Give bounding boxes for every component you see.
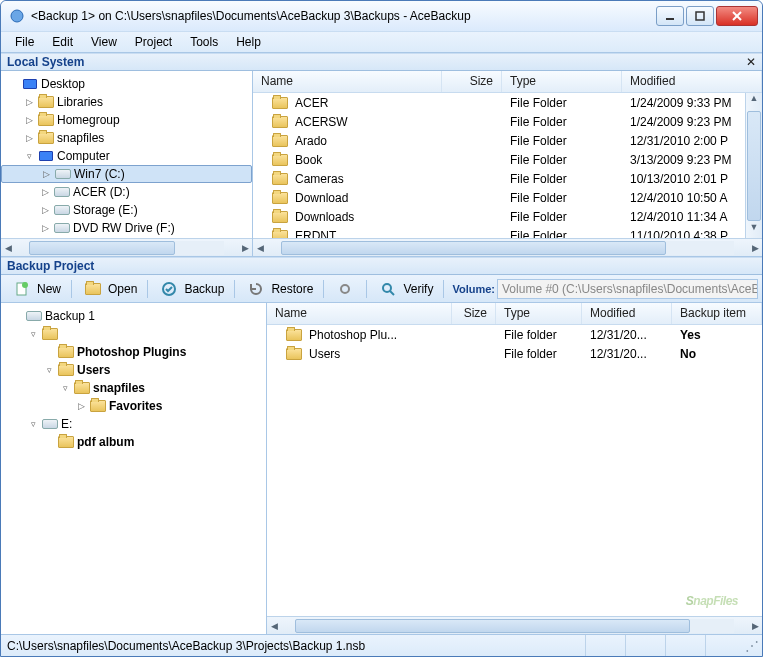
col-modified[interactable]: Modified: [622, 71, 762, 92]
tree-node[interactable]: ▷Storage (E:): [1, 201, 252, 219]
scroll-right-icon[interactable]: ▶: [748, 621, 762, 631]
table-row[interactable]: DownloadsFile Folder12/4/2010 11:34 A: [253, 207, 762, 226]
tree-node[interactable]: ▷Win7 (C:): [1, 165, 252, 183]
project-tree[interactable]: Backup 1▿Photoshop Plugins▿Users▿snapfil…: [1, 303, 266, 634]
table-row[interactable]: AradoFile Folder12/31/2010 2:00 P: [253, 131, 762, 150]
expand-icon[interactable]: ▷: [39, 205, 51, 215]
volume-label: Volume:: [452, 283, 495, 295]
menu-edit[interactable]: Edit: [44, 33, 81, 51]
tree-node[interactable]: ▿Users: [5, 361, 266, 379]
menu-project[interactable]: Project: [127, 33, 180, 51]
project-table-header[interactable]: Name Size Type Modified Backup item: [267, 303, 762, 325]
svg-point-6: [22, 282, 28, 288]
scroll-right-icon[interactable]: ▶: [238, 243, 252, 253]
horizontal-scrollbar[interactable]: ◀ ▶: [1, 238, 252, 256]
restore-button[interactable]: Restore: [239, 279, 319, 299]
tree-node[interactable]: ▷ACER (D:): [1, 183, 252, 201]
file-name: ACER: [295, 96, 328, 110]
resize-grip-icon[interactable]: ⋰: [745, 638, 756, 654]
menu-view[interactable]: View: [83, 33, 125, 51]
col-size[interactable]: Size: [442, 71, 502, 92]
menu-help[interactable]: Help: [228, 33, 269, 51]
tree-node[interactable]: pdf album: [5, 433, 266, 451]
folder-icon: [272, 190, 288, 206]
close-button[interactable]: [716, 6, 758, 26]
col-name[interactable]: Name: [267, 303, 452, 324]
titlebar[interactable]: <Backup 1> on C:\Users\snapfiles\Documen…: [1, 1, 762, 31]
new-button[interactable]: New: [5, 279, 67, 299]
tree-node[interactable]: ▷Libraries: [1, 93, 252, 111]
table-row[interactable]: UsersFile folder12/31/20...No: [267, 344, 762, 363]
tree-node[interactable]: Photoshop Plugins: [5, 343, 266, 361]
tree-node[interactable]: ▷Homegroup: [1, 111, 252, 129]
scroll-thumb[interactable]: [747, 111, 761, 221]
scroll-left-icon[interactable]: ◀: [1, 243, 15, 253]
verify-button[interactable]: Verify: [371, 279, 439, 299]
maximize-button[interactable]: [686, 6, 714, 26]
tree-node[interactable]: Backup 1: [5, 307, 266, 325]
statusbar: C:\Users\snapfiles\Documents\AceBackup 3…: [1, 634, 762, 656]
folder-icon: [272, 209, 288, 225]
col-backup-item[interactable]: Backup item: [672, 303, 762, 324]
table-row[interactable]: ACERSWFile Folder1/24/2009 9:23 PM: [253, 112, 762, 131]
tree-node[interactable]: ▿E:: [5, 415, 266, 433]
tree-node[interactable]: ▿snapfiles: [5, 379, 266, 397]
scroll-left-icon[interactable]: ◀: [253, 243, 267, 253]
menu-tools[interactable]: Tools: [182, 33, 226, 51]
expand-icon[interactable]: ▿: [23, 151, 35, 161]
expand-icon[interactable]: ▷: [23, 115, 35, 125]
tree-node[interactable]: ▷DVD RW Drive (F:): [1, 219, 252, 237]
expand-icon[interactable]: ▷: [39, 223, 51, 233]
tree-node[interactable]: ▷Favorites: [5, 397, 266, 415]
tree-node[interactable]: Desktop: [1, 75, 252, 93]
expand-icon[interactable]: ▿: [27, 329, 39, 339]
col-name[interactable]: Name: [253, 71, 442, 92]
col-modified[interactable]: Modified: [582, 303, 672, 324]
table-row[interactable]: DownloadFile Folder12/4/2010 10:50 A: [253, 188, 762, 207]
table-row[interactable]: ACERFile Folder1/24/2009 9:33 PM: [253, 93, 762, 112]
scroll-right-icon[interactable]: ▶: [748, 243, 762, 253]
horizontal-scrollbar[interactable]: ◀ ▶: [267, 616, 762, 634]
menu-file[interactable]: File: [7, 33, 42, 51]
expand-icon[interactable]: ▷: [23, 97, 35, 107]
tree-node[interactable]: ▿Computer: [1, 147, 252, 165]
vertical-scrollbar[interactable]: ▲ ▼: [745, 93, 762, 238]
tree-label: Libraries: [57, 95, 103, 109]
horizontal-scrollbar[interactable]: ◀ ▶: [253, 238, 762, 256]
volume-select[interactable]: Volume #0 (C:\Users\snapfiles\Documents\…: [497, 279, 758, 299]
tree-node[interactable]: ▷snapfiles: [1, 129, 252, 147]
expand-icon[interactable]: ▷: [23, 133, 35, 143]
tree-label: snapfiles: [57, 131, 104, 145]
table-row[interactable]: ERDNTFile Folder11/10/2010 4:38 P: [253, 226, 762, 238]
table-row[interactable]: Photoshop Plu...File folder12/31/20...Ye…: [267, 325, 762, 344]
window-title: <Backup 1> on C:\Users\snapfiles\Documen…: [29, 9, 656, 23]
volume-value: Volume #0 (C:\Users\snapfiles\Documents\…: [502, 282, 758, 296]
expand-icon[interactable]: ▷: [39, 187, 51, 197]
expand-icon[interactable]: ▷: [40, 169, 52, 179]
scroll-left-icon[interactable]: ◀: [267, 621, 281, 631]
open-button[interactable]: Open: [76, 279, 143, 299]
toolbar-icon-only-1[interactable]: [328, 279, 362, 299]
minimize-button[interactable]: [656, 6, 684, 26]
project-table-body[interactable]: Photoshop Plu...File folder12/31/20...Ye…: [267, 325, 762, 616]
col-size[interactable]: Size: [452, 303, 496, 324]
close-icon[interactable]: ✕: [746, 55, 756, 69]
col-type[interactable]: Type: [496, 303, 582, 324]
table-row[interactable]: CamerasFile Folder10/13/2010 2:01 P: [253, 169, 762, 188]
expand-icon[interactable]: ▿: [27, 419, 39, 429]
expand-icon[interactable]: ▷: [75, 401, 87, 411]
table-row[interactable]: BookFile Folder3/13/2009 9:23 PM: [253, 150, 762, 169]
local-tree[interactable]: Desktop▷Libraries▷Homegroup▷snapfiles▿Co…: [1, 71, 252, 238]
tree-node[interactable]: ▿: [5, 325, 266, 343]
col-type[interactable]: Type: [502, 71, 622, 92]
scroll-up-icon[interactable]: ▲: [746, 93, 762, 109]
expand-icon[interactable]: ▿: [43, 365, 55, 375]
local-table-header[interactable]: Name Size Type Modified: [253, 71, 762, 93]
backup-button[interactable]: Backup: [152, 279, 230, 299]
local-table-body[interactable]: ACERFile Folder1/24/2009 9:33 PMACERSWFi…: [253, 93, 762, 238]
folder-icon: [38, 130, 54, 146]
disk-icon: [26, 308, 42, 324]
scroll-down-icon[interactable]: ▼: [746, 222, 762, 238]
expand-icon[interactable]: ▿: [59, 383, 71, 393]
monitor-icon: [22, 76, 38, 92]
